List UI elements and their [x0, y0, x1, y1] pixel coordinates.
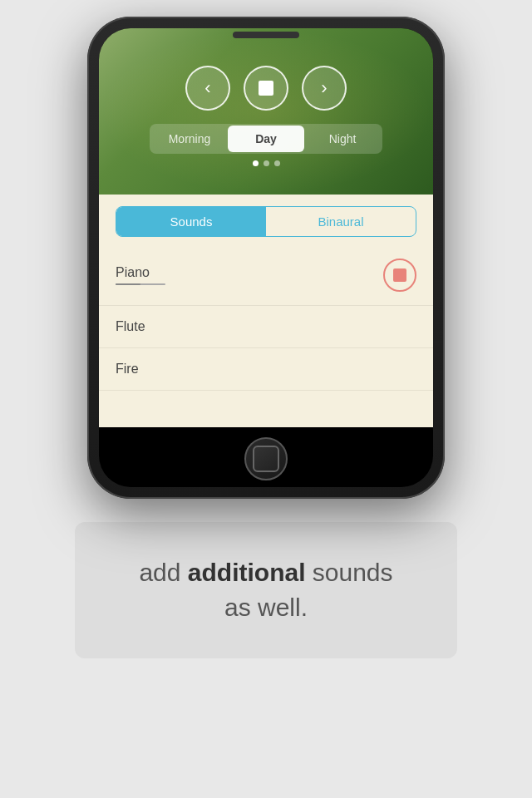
tab-day[interactable]: Day — [228, 126, 304, 152]
home-button-icon — [253, 446, 279, 472]
sound-item-piano[interactable]: Piano — [99, 245, 433, 306]
piano-progress-fill — [116, 283, 140, 285]
prev-button[interactable]: ‹ — [185, 66, 230, 111]
content-area: Sounds Binaural Piano — [99, 195, 433, 427]
forest-overlay — [99, 28, 433, 195]
stop-button[interactable] — [244, 66, 288, 111]
bottom-description: add additional sounds as well. — [100, 555, 432, 625]
sound-item-flute[interactable]: Flute — [99, 306, 433, 348]
next-icon: › — [321, 77, 327, 99]
bottom-card: add additional sounds as well. — [75, 522, 457, 658]
time-tabs: Morning Day Night — [150, 124, 382, 154]
next-button[interactable]: › — [302, 66, 347, 111]
bottom-text-as-well: as well. — [224, 594, 308, 621]
tab-sounds[interactable]: Sounds — [116, 207, 266, 236]
flute-label: Flute — [116, 319, 145, 334]
dot-2 — [264, 160, 269, 166]
screen-content: ‹ › Morning Day Night — [99, 28, 433, 487]
sound-list: Piano Flute — [99, 245, 433, 427]
dot-3 — [274, 160, 280, 166]
forest-header: ‹ › Morning Day Night — [99, 28, 433, 195]
bottom-text-sounds: sounds — [305, 559, 392, 586]
tab-binaural[interactable]: Binaural — [266, 207, 416, 236]
stop-icon — [259, 81, 273, 96]
sounds-binaural-tabs: Sounds Binaural — [116, 206, 416, 237]
phone-shell: ‹ › Morning Day Night — [87, 17, 445, 499]
tab-night[interactable]: Night — [304, 126, 381, 152]
dot-1 — [253, 160, 259, 166]
sound-item-fire[interactable]: Fire — [99, 348, 433, 391]
home-button[interactable] — [244, 437, 288, 480]
tab-morning[interactable]: Morning — [151, 126, 228, 152]
piano-record-button[interactable] — [383, 259, 416, 292]
piano-info: Piano — [116, 265, 165, 285]
phone-screen: ‹ › Morning Day Night — [99, 28, 433, 487]
record-icon — [393, 268, 406, 282]
dot-indicator — [253, 160, 280, 166]
flute-info: Flute — [116, 319, 145, 334]
piano-progress — [116, 283, 165, 285]
bottom-text-additional: additional — [188, 559, 306, 586]
prev-icon: ‹ — [204, 77, 210, 99]
bottom-text-add: add — [139, 559, 187, 586]
phone-speaker — [233, 32, 299, 38]
fire-info: Fire — [116, 362, 139, 377]
playback-controls: ‹ › — [185, 66, 347, 111]
fire-label: Fire — [116, 362, 139, 377]
home-button-area — [99, 427, 433, 487]
piano-label: Piano — [116, 265, 165, 280]
